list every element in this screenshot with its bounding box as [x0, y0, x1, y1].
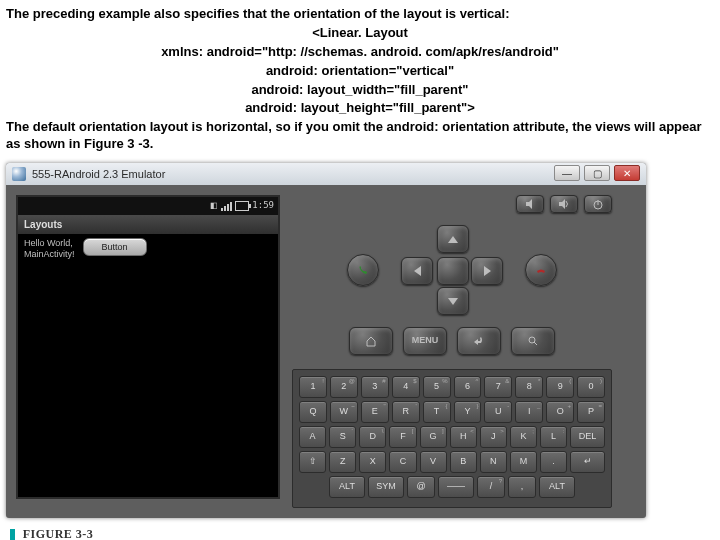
key-Q[interactable]: Q [299, 401, 327, 423]
figure-caption: FIGURE 3-3 [10, 526, 714, 540]
signal-icon [221, 201, 232, 211]
svg-marker-1 [559, 199, 565, 209]
code-line-4: android: layout_width="fill_parent" [6, 82, 714, 99]
key-⇧[interactable]: ⇧ [299, 451, 326, 473]
caption-text: FIGURE 3-3 [23, 527, 94, 540]
key-7[interactable]: 7& [484, 376, 512, 398]
intro-text: The preceding example also specifies tha… [6, 6, 714, 23]
key-H[interactable]: H< [450, 426, 477, 448]
key-B[interactable]: B [450, 451, 477, 473]
key-U[interactable]: U- [484, 401, 512, 423]
key-6[interactable]: 6^ [454, 376, 482, 398]
key-2[interactable]: 2@ [330, 376, 358, 398]
hello-text: Hello World, MainActivity! [24, 238, 75, 260]
status-time: 1:59 [252, 200, 274, 212]
caption-bar-icon [10, 529, 15, 540]
end-call-button[interactable] [525, 254, 557, 286]
key-D[interactable]: D\ [359, 426, 386, 448]
code-line-2: xmlns: android="http: //schemas. android… [6, 44, 714, 61]
key-L[interactable]: L: [540, 426, 567, 448]
search-button[interactable] [511, 327, 555, 355]
maximize-button[interactable]: ▢ [584, 165, 610, 181]
sim-icon: ◧ [210, 201, 218, 211]
key-V[interactable]: V [420, 451, 447, 473]
svg-marker-0 [526, 199, 532, 209]
code-line-1: <Linear. Layout [6, 25, 714, 42]
device-screen[interactable]: ◧ 1:59 Layouts Hello World, MainActivity… [16, 195, 280, 499]
key-E[interactable]: E" [361, 401, 389, 423]
volume-up-button[interactable] [550, 195, 578, 213]
back-button[interactable] [457, 327, 501, 355]
sample-button[interactable]: Button [83, 238, 147, 256]
key-/[interactable]: /? [477, 476, 505, 498]
key-X[interactable]: X [359, 451, 386, 473]
menu-button[interactable]: MENU [403, 327, 447, 355]
app-title: Layouts [18, 215, 278, 234]
key-Y[interactable]: Y} [454, 401, 482, 423]
call-button[interactable] [347, 254, 379, 286]
dpad-left[interactable] [401, 257, 433, 285]
keyboard: 1!2@3#4$5%6^7&8*9(0) QW~E"R'T{Y}U-I_O+P=… [292, 369, 612, 508]
key-K[interactable]: K; [510, 426, 537, 448]
key-M[interactable]: M [510, 451, 537, 473]
key-,[interactable]: , [508, 476, 536, 498]
code-line-3: android: orientation="vertical" [6, 63, 714, 80]
window-title: 555-RAndroid 2.3 Emulator [32, 167, 165, 181]
dpad [397, 225, 507, 315]
key-.[interactable]: . [540, 451, 567, 473]
key-SYM[interactable]: SYM [368, 476, 404, 498]
key-ALT[interactable]: ALT [539, 476, 575, 498]
dpad-down[interactable] [437, 287, 469, 315]
dpad-right[interactable] [471, 257, 503, 285]
key-8[interactable]: 8* [515, 376, 543, 398]
key-O[interactable]: O+ [546, 401, 574, 423]
key-N[interactable]: N [480, 451, 507, 473]
key-R[interactable]: R' [392, 401, 420, 423]
minimize-button[interactable]: — [554, 165, 580, 181]
key-0[interactable]: 0) [577, 376, 605, 398]
key-——[interactable]: —— [438, 476, 474, 498]
volume-down-button[interactable] [516, 195, 544, 213]
key-F[interactable]: F[ [389, 426, 416, 448]
code-line-5: android: layout_height="fill_parent"> [6, 100, 714, 117]
key-3[interactable]: 3# [361, 376, 389, 398]
dpad-center[interactable] [437, 257, 469, 285]
key-A[interactable]: A [299, 426, 326, 448]
key-G[interactable]: G] [420, 426, 447, 448]
window-icon [12, 167, 26, 181]
key-9[interactable]: 9( [546, 376, 574, 398]
close-button[interactable]: ✕ [614, 165, 640, 181]
key-@[interactable]: @ [407, 476, 435, 498]
status-bar: ◧ 1:59 [18, 197, 278, 215]
dpad-up[interactable] [437, 225, 469, 253]
key-Z[interactable]: Z [329, 451, 356, 473]
key-J[interactable]: J> [480, 426, 507, 448]
outro-text: The default orientation layout is horizo… [6, 119, 714, 153]
emulator-window: 555-RAndroid 2.3 Emulator — ▢ ✕ ◧ 1:59 L… [6, 163, 646, 518]
key-ALT[interactable]: ALT [329, 476, 365, 498]
window-titlebar[interactable]: 555-RAndroid 2.3 Emulator — ▢ ✕ [6, 163, 646, 185]
svg-line-5 [534, 342, 537, 345]
key-5[interactable]: 5% [423, 376, 451, 398]
key-S[interactable]: S` [329, 426, 356, 448]
key-I[interactable]: I_ [515, 401, 543, 423]
key-P[interactable]: P= [577, 401, 605, 423]
key-1[interactable]: 1! [299, 376, 327, 398]
key-4[interactable]: 4$ [392, 376, 420, 398]
home-button[interactable] [349, 327, 393, 355]
key-W[interactable]: W~ [330, 401, 358, 423]
controls-panel: MENU 1!2@3#4$5%6^7&8*9(0) QW~E"R'T{Y}U-I… [292, 195, 612, 508]
battery-icon [235, 201, 249, 211]
key-T[interactable]: T{ [423, 401, 451, 423]
power-button[interactable] [584, 195, 612, 213]
key-DEL[interactable]: DEL [570, 426, 605, 448]
key-C[interactable]: C [389, 451, 416, 473]
key-↵[interactable]: ↵ [570, 451, 605, 473]
